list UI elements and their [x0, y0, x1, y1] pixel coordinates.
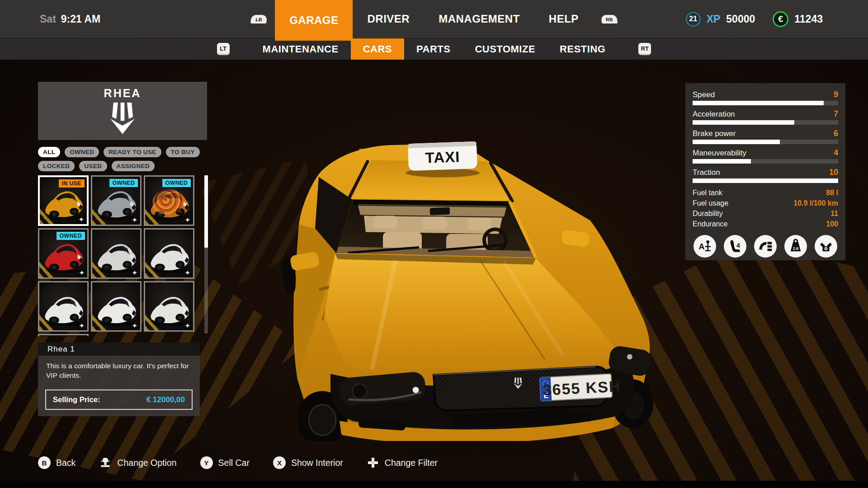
upgrade-sparkle-icon: ✦ [184, 269, 190, 277]
stat-label: Acceleration [693, 110, 735, 119]
main-nav-tab-label: DRIVER [367, 13, 410, 25]
grid-scrollbar[interactable] [204, 175, 208, 333]
upgrade-sparkle-icon: ✦ [132, 216, 137, 224]
lb-bumper-icon[interactable]: LB [250, 15, 267, 23]
car-thumbnail-grid: IN USE ✦ OWNED ✦ [38, 175, 194, 336]
car-stats-panel: Speed 9 Acceleration 7 Brake power 6 [685, 83, 845, 260]
selling-price-box: Selling Price: € 12000,00 [45, 389, 193, 410]
main-nav-tab-label: HELP [549, 13, 579, 25]
detail-row: Endurance 100 [693, 220, 838, 228]
xp-label: XP [707, 13, 721, 25]
car-feature-icons: A 4 [693, 235, 838, 258]
stat-row: Maneuverability 4 [693, 148, 838, 164]
detail-value: 11 [830, 210, 838, 218]
stat-bar-fill [693, 140, 780, 144]
svg-text:A: A [699, 242, 705, 251]
garage-car-tile[interactable]: ✦ [38, 281, 89, 332]
back-hotkey[interactable]: B Back [38, 456, 75, 469]
sub-nav-tab-label: RESTING [560, 43, 605, 55]
svg-text:2.6: 2.6 [793, 246, 798, 251]
player-status: 21 XP 50000 € 11243 [686, 0, 823, 38]
filter-chip[interactable]: TO BUY [166, 147, 200, 157]
garage-car-tile[interactable]: IN USE ✦ [38, 175, 89, 226]
upgrade-sparkle-icon: ✦ [184, 322, 190, 330]
stat-label: Brake power [693, 129, 736, 138]
selling-price-value: € 12000,00 [146, 395, 185, 404]
main-nav: LB GARAGE DRIVER MANAGEMENT HELP RB [243, 0, 625, 38]
garage-car-tile[interactable]: ✦ [144, 281, 194, 332]
gamepad-button-icon: Y [200, 456, 213, 469]
license-plate: E 3655 KSH [540, 373, 622, 401]
gamepad-button-icon: B [38, 456, 51, 469]
sub-nav-tab-label: CUSTOMIZE [475, 43, 535, 55]
bottom-letterbox [0, 481, 868, 488]
sub-nav-tab[interactable]: MAINTENANCE [250, 38, 351, 60]
filter-chip-label: READY TO USE [108, 149, 156, 155]
car-name: Rhea 1 [38, 343, 200, 356]
filter-chip[interactable]: READY TO USE [104, 147, 161, 157]
tile-badge: IN USE [59, 179, 85, 188]
filter-chip-label: OWNED [70, 149, 94, 155]
stat-bar-track [693, 120, 838, 125]
grid-scrollbar-thumb[interactable] [204, 175, 208, 248]
car-detail-rows: Fuel tank 88 l Fuel usage 10.9 l/100 km … [693, 189, 838, 228]
detail-label: Fuel usage [693, 199, 728, 207]
rb-bumper-icon[interactable]: RB [601, 15, 618, 23]
main-nav-tab[interactable]: DRIVER [353, 0, 424, 38]
detail-value: 88 l [826, 189, 838, 197]
stat-bar-fill [693, 178, 838, 183]
left-stick-icon [99, 456, 112, 469]
stat-value: 9 [834, 90, 838, 99]
sub-nav-tab[interactable]: CARS [351, 38, 404, 60]
detail-label: Fuel tank [693, 189, 722, 197]
filter-chip[interactable]: LOCKED [38, 161, 75, 171]
garage-car-tile[interactable]: OWNED ✦ [91, 175, 142, 226]
taxi-sign-text: TAXI [425, 148, 460, 166]
garage-car-tile[interactable]: OWNED ✦ [144, 175, 194, 226]
filter-chip[interactable]: USED [79, 161, 107, 171]
sub-nav-tab[interactable]: PARTS [404, 38, 462, 60]
dpad-icon [367, 456, 379, 469]
filter-chip[interactable]: ASSIGNED [112, 161, 155, 171]
filter-chip[interactable]: ALL [38, 147, 60, 157]
filter-chip-label: ALL [43, 149, 55, 155]
sub-nav-tab-label: CARS [363, 43, 392, 55]
filter-chip-label: TO BUY [171, 149, 195, 155]
sub-nav-tab[interactable]: CUSTOMIZE [462, 38, 547, 60]
sell-car-hotkey[interactable]: Y Sell Car [200, 456, 250, 469]
hotkey-label: Change Filter [385, 458, 438, 468]
main-nav-tab[interactable]: MANAGEMENT [424, 0, 534, 38]
filter-chip[interactable]: OWNED [65, 147, 99, 157]
change-filter-hotkey[interactable]: Change Filter [367, 456, 438, 469]
garage-car-tile[interactable]: ✦ [91, 228, 142, 279]
garage-car-tile[interactable]: ✦ [91, 281, 142, 332]
lt-trigger-icon[interactable]: LT [217, 43, 230, 55]
rt-trigger-icon[interactable]: RT [638, 43, 651, 55]
garage-car-tile[interactable]: ✦ [144, 228, 194, 279]
stat-value: 6 [834, 129, 838, 138]
stat-value: 10 [829, 168, 838, 177]
hotkey-label: Show Interior [291, 458, 343, 468]
main-nav-tab-label: GARAGE [289, 14, 338, 27]
sub-nav-tab[interactable]: RESTING [547, 38, 618, 60]
main-nav-tab[interactable]: HELP [534, 0, 593, 38]
game-clock: Sat 9:21 AM [40, 0, 100, 38]
seats-count-icon: 4 [724, 235, 746, 258]
clock-day: Sat [40, 13, 56, 25]
change-option-hotkey[interactable]: Change Option [99, 456, 176, 469]
garage-car-tile[interactable]: ✦ [38, 334, 89, 336]
filter-chip-label: LOCKED [43, 163, 70, 169]
upgrade-sparkle-icon: ✦ [79, 269, 85, 277]
main-nav-tab[interactable]: GARAGE [275, 0, 353, 41]
stat-label: Speed [693, 90, 715, 99]
car-info-panel: Rhea 1 This is a comfortable luxury car.… [38, 343, 200, 416]
brand-logo-icon [106, 100, 139, 137]
upgrade-sparkle-icon: ✦ [132, 269, 137, 277]
hotkey-label: Back [56, 458, 75, 468]
xp-value: 50000 [726, 13, 755, 25]
show-interior-hotkey[interactable]: X Show Interior [273, 456, 343, 469]
detail-label: Durability [693, 210, 723, 218]
detail-row: Fuel usage 10.9 l/100 km [693, 199, 838, 207]
garage-car-tile[interactable]: OWNED ✦ [38, 228, 89, 279]
upgrade-sparkle-icon: ✦ [132, 322, 137, 330]
